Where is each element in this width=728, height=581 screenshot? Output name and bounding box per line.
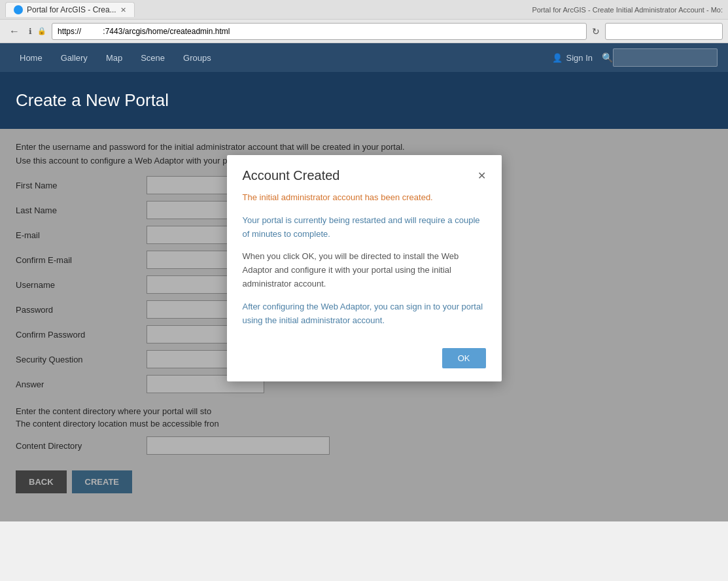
modal-close-button[interactable]: ✕ <box>477 169 486 182</box>
info-icon: ℹ <box>29 27 32 36</box>
nav-gallery[interactable]: Gallery <box>52 43 97 72</box>
modal-ok-button[interactable]: OK <box>442 348 486 368</box>
modal-text-blue-2a: Your portal is currently being restarted… <box>243 215 480 239</box>
modal-overlay: Account Created ✕ The initial administra… <box>0 129 728 521</box>
modal-header: Account Created ✕ <box>227 155 502 191</box>
modal-text-3a: When you click OK, you will be directed … <box>243 251 459 289</box>
sign-in-label: Sign In <box>566 53 593 63</box>
modal-footer: OK <box>227 340 502 381</box>
tab-globe-icon <box>14 5 23 14</box>
tab-label: Portal for ArcGIS - Crea... <box>27 5 116 14</box>
account-created-modal: Account Created ✕ The initial administra… <box>227 155 502 381</box>
modal-title: Account Created <box>243 168 340 183</box>
main-content: Enter the username and password for the … <box>0 129 728 521</box>
browser-titlebar: Portal for ArcGIS - Create Initial Admin… <box>0 0 728 20</box>
modal-text-orange-1: The initial administrator account has be… <box>243 192 433 202</box>
hero-banner: Create a New Portal <box>0 72 728 129</box>
nav-map[interactable]: Map <box>97 43 131 72</box>
browser-tab[interactable]: Portal for ArcGIS - Crea... ✕ <box>5 2 135 17</box>
back-button[interactable]: ← <box>5 24 24 39</box>
modal-paragraph-1: The initial administrator account has be… <box>243 191 486 205</box>
sign-in-button[interactable]: 👤 Sign In <box>543 43 602 72</box>
tab-close-button[interactable]: ✕ <box>120 6 126 14</box>
modal-paragraph-3: When you click OK, you will be directed … <box>243 250 486 290</box>
lock-icon: 🔒 <box>37 27 46 35</box>
refresh-button[interactable]: ↻ <box>592 26 600 37</box>
modal-body: The initial administrator account has be… <box>227 191 502 340</box>
hero-title: Create a New Portal <box>16 90 712 111</box>
search-nav-icon: 🔍 <box>602 52 613 63</box>
browser-toolbar: ← ℹ 🔒 ↻ <box>0 20 728 43</box>
address-bar[interactable] <box>52 23 587 40</box>
nav-home[interactable]: Home <box>10 43 52 72</box>
nav-groups[interactable]: Groups <box>174 43 220 72</box>
nav-search-input[interactable] <box>613 48 718 67</box>
modal-text-blue-4: After configuring the Web Adaptor, you c… <box>243 302 483 325</box>
modal-paragraph-4: After configuring the Web Adaptor, you c… <box>243 300 486 328</box>
user-icon: 👤 <box>552 53 563 63</box>
app-nav: Home Gallery Map Scene Groups 👤 Sign In … <box>0 43 728 72</box>
browser-title-text: Portal for ArcGIS - Create Initial Admin… <box>532 6 723 14</box>
browser-search-input[interactable] <box>605 23 723 40</box>
nav-scene[interactable]: Scene <box>131 43 174 72</box>
modal-paragraph-2: Your portal is currently being restarted… <box>243 214 486 241</box>
